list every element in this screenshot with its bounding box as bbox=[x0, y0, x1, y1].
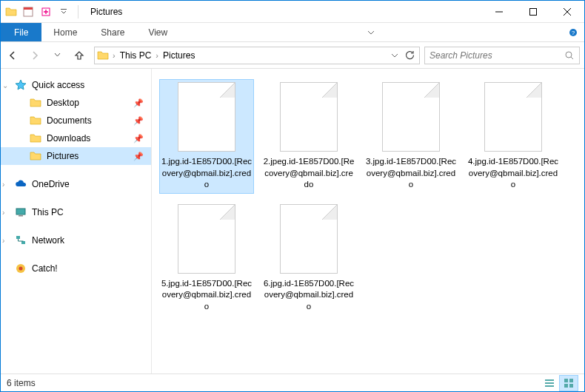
sidebar-item-pictures[interactable]: Pictures 📌 bbox=[1, 147, 151, 165]
file-item[interactable]: 6.jpg.id-1E857D00.[Recovery@qbmail.biz].… bbox=[261, 201, 356, 316]
svg-point-13 bbox=[19, 267, 23, 271]
file-icon bbox=[178, 204, 235, 274]
breadcrumb-item[interactable]: This PC bbox=[118, 50, 153, 61]
file-item[interactable]: 1.jpg.id-1E857D00.[Recovery@qbmail.biz].… bbox=[159, 79, 254, 194]
monitor-icon bbox=[14, 206, 27, 219]
file-item[interactable]: 2.jpeg.id-1E857D00.[Recovery@qbmail.biz]… bbox=[261, 79, 356, 194]
chevron-right-icon[interactable]: › bbox=[2, 237, 4, 245]
title-bar: Pictures bbox=[1, 1, 584, 23]
svg-rect-20 bbox=[569, 384, 573, 388]
file-item[interactable]: 3.jpg.id-1E857D00.[Recovery@qbmail.biz].… bbox=[364, 79, 458, 194]
svg-rect-1 bbox=[24, 7, 33, 10]
sidebar-item-catch[interactable]: Catch! bbox=[1, 260, 151, 277]
svg-rect-4 bbox=[530, 8, 537, 15]
window-title: Pictures bbox=[84, 7, 122, 17]
details-view-button[interactable] bbox=[540, 375, 559, 391]
file-tab[interactable]: File bbox=[1, 23, 41, 41]
file-icon bbox=[280, 82, 338, 152]
help-icon[interactable]: ? bbox=[562, 23, 584, 41]
pin-icon: 📌 bbox=[133, 134, 144, 143]
folder-icon bbox=[29, 96, 42, 109]
file-name: 1.jpg.id-1E857D00.[Recovery@qbmail.biz].… bbox=[161, 156, 253, 191]
search-input[interactable] bbox=[429, 50, 564, 61]
network-icon bbox=[14, 234, 27, 247]
divider bbox=[78, 5, 78, 18]
cloud-icon bbox=[14, 178, 27, 191]
pin-icon: 📌 bbox=[133, 116, 144, 126]
folder-icon bbox=[29, 114, 42, 127]
close-button[interactable] bbox=[550, 1, 584, 23]
maximize-button[interactable] bbox=[516, 1, 550, 23]
sidebar-item-this-pc[interactable]: › This PC bbox=[1, 203, 151, 221]
nav-label: Catch! bbox=[32, 263, 58, 274]
nav-label: Pictures bbox=[47, 151, 78, 161]
sidebar-item-network[interactable]: › Network bbox=[1, 232, 151, 249]
tab-share[interactable]: Share bbox=[89, 23, 136, 41]
svg-rect-15 bbox=[545, 382, 554, 384]
recent-locations-icon[interactable] bbox=[47, 45, 67, 66]
new-folder-icon[interactable] bbox=[38, 4, 54, 20]
tab-view[interactable]: View bbox=[136, 23, 179, 41]
nav-label: Documents bbox=[47, 115, 92, 126]
breadcrumb-item[interactable]: Pictures bbox=[161, 50, 196, 61]
nav-label: Desktop bbox=[47, 98, 79, 108]
pin-icon: 📌 bbox=[133, 152, 144, 161]
forward-button[interactable] bbox=[24, 45, 45, 66]
navigation-pane: ⌄ Quick access Desktop 📌 Documents 📌 bbox=[1, 69, 152, 374]
file-name: 6.jpg.id-1E857D00.[Recovery@qbmail.biz].… bbox=[263, 278, 355, 313]
back-button[interactable] bbox=[2, 45, 23, 66]
ribbon-tabs: File Home Share View ? bbox=[1, 23, 584, 42]
folder-icon bbox=[29, 132, 42, 145]
minimize-button[interactable] bbox=[482, 1, 516, 23]
file-item[interactable]: 4.jpg.id-1E857D00.[Recovery@qbmail.biz].… bbox=[466, 79, 561, 194]
svg-text:?: ? bbox=[572, 30, 575, 36]
folder-app-icon bbox=[5, 6, 17, 18]
up-button[interactable] bbox=[69, 45, 90, 66]
expand-ribbon-icon[interactable] bbox=[360, 23, 382, 41]
chevron-right-icon[interactable]: › bbox=[110, 51, 118, 60]
nav-label: OneDrive bbox=[32, 179, 70, 189]
item-count: 6 items bbox=[7, 378, 36, 388]
svg-rect-11 bbox=[21, 241, 25, 244]
svg-rect-14 bbox=[545, 379, 554, 381]
file-icon bbox=[382, 82, 440, 152]
file-name: 5.jpg.id-1E857D00.[Recovery@qbmail.biz].… bbox=[161, 278, 253, 313]
nav-label: Downloads bbox=[47, 133, 90, 143]
svg-rect-3 bbox=[61, 9, 67, 10]
sidebar-item-onedrive[interactable]: › OneDrive bbox=[1, 175, 151, 193]
folder-icon bbox=[96, 49, 110, 62]
quick-access-header[interactable]: ⌄ Quick access bbox=[1, 76, 151, 94]
nav-label: Network bbox=[32, 235, 64, 246]
chevron-down-icon[interactable]: ⌄ bbox=[2, 81, 8, 89]
file-icon bbox=[178, 82, 235, 152]
svg-rect-17 bbox=[564, 379, 568, 382]
thumbnails-view-button[interactable] bbox=[559, 375, 578, 391]
explorer-window: Pictures File Home Share View ? bbox=[0, 0, 585, 392]
refresh-icon[interactable] bbox=[401, 50, 418, 61]
properties-icon[interactable] bbox=[20, 4, 36, 20]
file-name: 2.jpeg.id-1E857D00.[Recovery@qbmail.biz]… bbox=[263, 156, 355, 191]
chevron-right-icon[interactable]: › bbox=[2, 209, 4, 217]
star-icon bbox=[14, 78, 27, 92]
address-bar[interactable]: › This PC › Pictures bbox=[94, 47, 420, 64]
sidebar-item-desktop[interactable]: Desktop 📌 bbox=[1, 94, 151, 112]
pin-icon: 📌 bbox=[133, 98, 144, 108]
chevron-right-icon[interactable]: › bbox=[2, 180, 4, 189]
history-dropdown-icon[interactable] bbox=[391, 52, 398, 59]
file-list-pane[interactable]: 1.jpg.id-1E857D00.[Recovery@qbmail.biz].… bbox=[152, 69, 584, 374]
svg-point-7 bbox=[566, 52, 572, 58]
qat-customize-icon[interactable] bbox=[56, 4, 72, 20]
file-item[interactable]: 5.jpg.id-1E857D00.[Recovery@qbmail.biz].… bbox=[159, 201, 254, 316]
file-icon bbox=[280, 204, 338, 274]
svg-rect-10 bbox=[16, 236, 20, 239]
svg-rect-9 bbox=[19, 215, 23, 217]
chevron-right-icon[interactable]: › bbox=[153, 51, 161, 60]
svg-rect-8 bbox=[16, 209, 25, 214]
sidebar-item-documents[interactable]: Documents 📌 bbox=[1, 112, 151, 129]
search-icon[interactable] bbox=[564, 50, 575, 61]
sidebar-item-downloads[interactable]: Downloads 📌 bbox=[1, 129, 151, 147]
status-bar: 6 items bbox=[1, 374, 584, 391]
tab-home[interactable]: Home bbox=[41, 23, 89, 41]
search-box[interactable] bbox=[424, 47, 580, 64]
nav-label: This PC bbox=[32, 207, 64, 217]
